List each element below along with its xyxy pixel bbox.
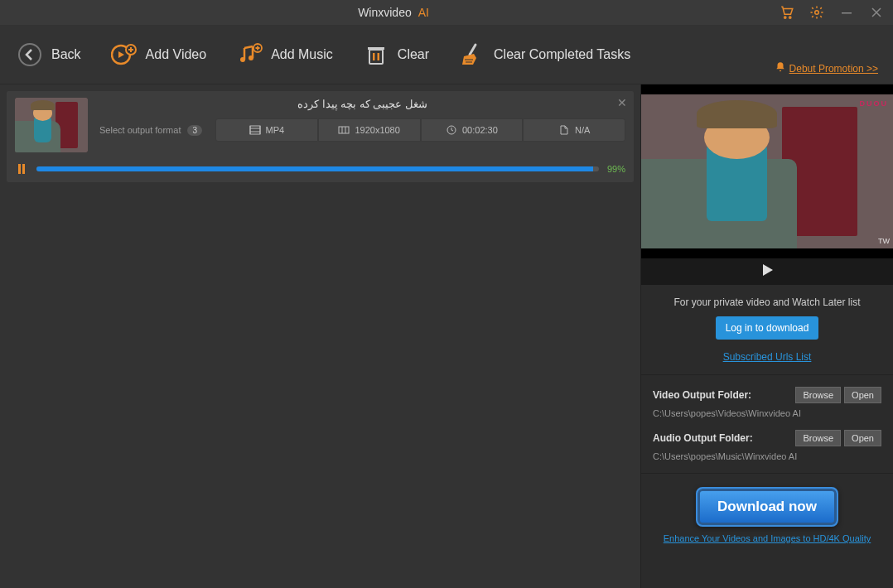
private-section: For your private video and Watch Later l… (641, 285, 893, 375)
app-title-text: Winxvideo (358, 6, 412, 19)
format-box-duration[interactable]: 00:02:30 (421, 118, 524, 142)
gear-icon[interactable] (809, 4, 825, 21)
svg-rect-10 (369, 50, 383, 64)
format-resolution: 1920x1080 (355, 125, 399, 135)
download-now-button[interactable]: Download now (696, 487, 838, 527)
card-close-icon[interactable]: ✕ (617, 96, 627, 109)
svg-point-2 (815, 11, 819, 15)
audio-folder-path: C:\Users\popes\Music\Winxvideo AI (653, 451, 881, 461)
private-message: For your private video and Watch Later l… (649, 296, 885, 308)
preview-logo: DUOU (860, 99, 889, 108)
clear-completed-label: Clear Completed Tasks (494, 47, 630, 62)
format-box-type[interactable]: MP4 (215, 118, 318, 142)
format-box-resolution[interactable]: 1920x1080 (318, 118, 421, 142)
add-music-button[interactable]: Add Music (236, 41, 333, 68)
back-label: Back (51, 47, 81, 62)
play-button[interactable] (760, 263, 775, 281)
format-type: MP4 (266, 125, 285, 135)
file-icon (558, 124, 570, 136)
close-icon[interactable] (868, 4, 885, 21)
back-arrow-icon (17, 41, 43, 68)
subscribed-urls-link[interactable]: Subscribed Urls List (649, 351, 885, 363)
video-title: شغل عجیبی که بچه پیدا کرده (99, 98, 625, 110)
toolbar: Back Add Video Add Music Clear Clear Com… (0, 25, 893, 84)
svg-rect-12 (373, 53, 375, 60)
clear-completed-button[interactable]: Clear Completed Tasks (459, 41, 630, 68)
format-extra: N/A (575, 125, 590, 135)
app-title-suffix: AI (418, 6, 429, 19)
svg-point-4 (19, 44, 41, 65)
add-video-icon (111, 41, 138, 68)
main-area: ✕ شغل عجیبی که بچه پیدا کرده Select outp… (0, 84, 893, 588)
clock-icon (446, 124, 457, 136)
add-video-button[interactable]: Add Video (111, 41, 207, 68)
svg-rect-14 (250, 126, 260, 134)
pause-button[interactable] (15, 162, 28, 176)
video-thumbnail[interactable] (15, 98, 88, 152)
audio-browse-button[interactable]: Browse (795, 430, 841, 446)
clear-button[interactable]: Clear (363, 41, 429, 68)
format-count-badge: 3 (187, 125, 202, 136)
left-panel: ✕ شغل عجیبی که بچه پیدا کرده Select outp… (0, 84, 640, 588)
login-button[interactable]: Log in to download (716, 316, 819, 340)
svg-point-0 (784, 17, 786, 18)
svg-rect-3 (842, 12, 852, 14)
broom-icon (459, 41, 485, 68)
preview-controls (641, 258, 893, 285)
format-box-extra[interactable]: N/A (523, 118, 625, 142)
svg-point-1 (789, 17, 791, 18)
video-folder-label: Video Output Folder: (653, 389, 751, 401)
format-selector[interactable]: MP4 1920x1080 00:02:30 (215, 118, 625, 142)
add-music-icon (236, 41, 263, 68)
format-duration: 00:02:30 (462, 125, 498, 135)
video-card: ✕ شغل عجیبی که بچه پیدا کرده Select outp… (7, 91, 634, 182)
add-music-label: Add Music (271, 47, 333, 62)
progress-bar[interactable] (36, 166, 599, 171)
svg-point-7 (240, 57, 245, 62)
svg-rect-15 (339, 127, 349, 133)
right-panel: DUOU TW For your private video and Watch… (640, 84, 893, 588)
back-button[interactable]: Back (17, 41, 81, 68)
enhance-link[interactable]: Enhance Your Videos and Images to HD/4K … (649, 533, 885, 543)
clear-label: Clear (398, 47, 429, 62)
promotion-label: Debut Promotion >> (789, 63, 878, 75)
video-browse-button[interactable]: Browse (795, 387, 841, 403)
progress-fill (36, 166, 593, 171)
download-section: Download now Enhance Your Videos and Ima… (641, 474, 893, 552)
svg-rect-11 (368, 47, 384, 50)
video-open-button[interactable]: Open (844, 387, 881, 403)
app-title: Winxvideo AI (8, 6, 779, 19)
folder-section: Video Output Folder: Browse Open C:\User… (641, 375, 893, 474)
minimize-icon[interactable] (838, 4, 855, 21)
audio-folder-label: Audio Output Folder: (653, 432, 753, 444)
audio-open-button[interactable]: Open (844, 430, 881, 446)
preview-watermark: TW (878, 237, 890, 245)
bell-icon (775, 61, 786, 75)
svg-rect-13 (377, 53, 379, 60)
titlebar-controls (779, 4, 885, 21)
select-format-label: Select output format (99, 125, 181, 135)
add-video-label: Add Video (146, 47, 207, 62)
preview-box: DUOU TW (641, 84, 893, 258)
svg-point-8 (249, 55, 253, 60)
promotion-link[interactable]: Debut Promotion >> (775, 61, 878, 75)
video-folder-path: C:\Users\popes\Videos\Winxvideo AI (653, 408, 881, 418)
filmstrip-icon (249, 124, 261, 136)
progress-percent: 99% (607, 164, 625, 174)
cart-icon[interactable] (779, 4, 795, 21)
resolution-icon (338, 124, 350, 136)
trash-icon (363, 41, 389, 68)
title-bar: Winxvideo AI (0, 0, 893, 25)
